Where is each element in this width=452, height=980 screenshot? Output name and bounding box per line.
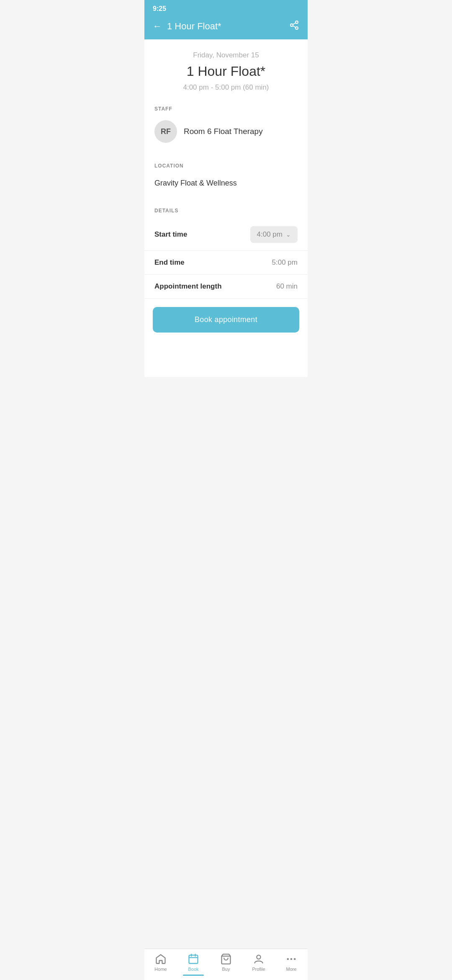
detail-row-start-time: Start time 4:00 pm ⌄ bbox=[144, 219, 308, 251]
chevron-down-icon: ⌄ bbox=[286, 231, 291, 238]
details-section-label: DETAILS bbox=[144, 198, 308, 219]
appointment-length-label: Appointment length bbox=[154, 282, 222, 291]
time-range: 4:00 pm - 5:00 pm (60 min) bbox=[153, 83, 299, 92]
location-text: Gravity Float & Wellness bbox=[144, 174, 308, 198]
staff-initials: RF bbox=[161, 127, 171, 136]
svg-line-4 bbox=[293, 23, 296, 25]
svg-line-3 bbox=[293, 26, 296, 28]
appointment-length-value: 60 min bbox=[276, 282, 298, 291]
start-time-label: Start time bbox=[154, 230, 187, 239]
date-text: Friday, November 15 bbox=[153, 51, 299, 59]
start-time-value: 4:00 pm bbox=[257, 230, 282, 239]
staff-name: Room 6 Float Therapy bbox=[184, 127, 263, 136]
svg-point-0 bbox=[295, 21, 298, 23]
end-time-value: 5:00 pm bbox=[272, 258, 298, 267]
staff-avatar: RF bbox=[154, 120, 177, 143]
share-icon[interactable] bbox=[289, 20, 299, 33]
book-button-container: Book appointment bbox=[144, 299, 308, 339]
status-time: 9:25 bbox=[153, 5, 166, 13]
svg-point-1 bbox=[290, 24, 293, 26]
date-section: Friday, November 15 1 Hour Float* 4:00 p… bbox=[144, 39, 308, 96]
detail-row-appointment-length: Appointment length 60 min bbox=[144, 275, 308, 299]
service-title: 1 Hour Float* bbox=[153, 64, 299, 79]
header-left: ← 1 Hour Float* bbox=[153, 21, 221, 32]
end-time-label: End time bbox=[154, 258, 185, 267]
bottom-spacer bbox=[144, 339, 308, 377]
staff-item: RF Room 6 Float Therapy bbox=[144, 117, 308, 153]
location-section-label: LOCATION bbox=[144, 153, 308, 174]
header-title: 1 Hour Float* bbox=[167, 21, 221, 32]
book-appointment-button[interactable]: Book appointment bbox=[153, 307, 299, 333]
staff-section-label: STAFF bbox=[144, 96, 308, 117]
back-icon[interactable]: ← bbox=[153, 21, 162, 32]
start-time-dropdown[interactable]: 4:00 pm ⌄ bbox=[250, 226, 298, 243]
main-content: Friday, November 15 1 Hour Float* 4:00 p… bbox=[144, 39, 308, 377]
detail-row-end-time: End time 5:00 pm bbox=[144, 251, 308, 275]
status-bar: 9:25 bbox=[144, 0, 308, 16]
svg-point-2 bbox=[295, 27, 298, 29]
header: ← 1 Hour Float* bbox=[144, 16, 308, 39]
